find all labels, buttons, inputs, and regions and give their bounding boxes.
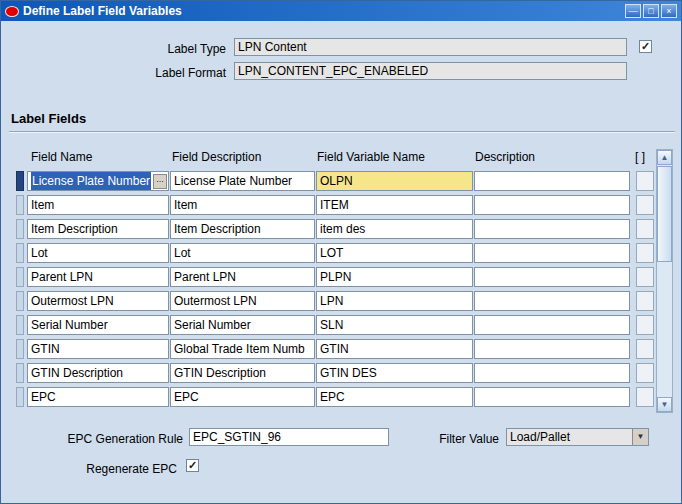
field-description-cell[interactable]: Parent LPN — [170, 267, 315, 287]
lov-button[interactable]: ... — [153, 174, 167, 189]
field-description-cell[interactable]: EPC — [170, 387, 315, 407]
column-header-field-name: Field Name — [31, 150, 92, 164]
record-indicator[interactable] — [16, 315, 24, 335]
grid-row: Lot Lot LOT — [16, 241, 654, 265]
minimize-button[interactable]: — — [625, 4, 641, 18]
field-variable-name-cell[interactable]: OLPN — [316, 171, 473, 191]
regenerate-epc-label: Regenerate EPC — [25, 462, 177, 476]
field-name-cell[interactable]: Serial Number — [27, 315, 169, 335]
description-cell[interactable] — [474, 363, 630, 383]
column-header-field-description: Field Description — [172, 150, 261, 164]
grid-row: Parent LPN Parent LPN PLPN — [16, 265, 654, 289]
section-divider — [9, 131, 675, 133]
field-name-cell[interactable]: Item Description — [27, 219, 169, 239]
label-type-field[interactable]: LPN Content — [234, 38, 627, 56]
field-description-cell[interactable]: Item — [170, 195, 315, 215]
flexfield-cell[interactable] — [636, 171, 654, 191]
window-titlebar[interactable]: Define Label Field Variables — □ × — [1, 1, 681, 21]
grid-row: GTIN Global Trade Item Numb GTIN — [16, 337, 654, 361]
grid-row: Serial Number Serial Number SLN — [16, 313, 654, 337]
field-variable-name-cell[interactable]: PLPN — [316, 267, 473, 287]
field-description-cell[interactable]: Lot — [170, 243, 315, 263]
record-indicator[interactable] — [16, 219, 24, 239]
flexfield-cell[interactable] — [636, 195, 654, 215]
field-name-cell[interactable]: Outermost LPN — [27, 291, 169, 311]
scroll-down-button[interactable]: ▼ — [657, 397, 672, 412]
description-cell[interactable] — [474, 219, 630, 239]
vertical-scrollbar[interactable]: ▲ ▼ — [656, 149, 673, 413]
flexfield-cell[interactable] — [636, 291, 654, 311]
field-name-cell[interactable]: License Plate Number ... — [27, 171, 169, 191]
column-header-field-variable-name: Field Variable Name — [317, 150, 425, 164]
record-indicator[interactable] — [16, 171, 24, 191]
description-cell[interactable] — [474, 291, 630, 311]
field-description-cell[interactable]: Outermost LPN — [170, 291, 315, 311]
grid-row: Outermost LPN Outermost LPN LPN — [16, 289, 654, 313]
scroll-thumb[interactable] — [657, 166, 672, 262]
grid-row: License Plate Number ... License Plate N… — [16, 169, 654, 193]
description-cell[interactable] — [474, 195, 630, 215]
maximize-button[interactable]: □ — [643, 4, 659, 18]
flexfield-cell[interactable] — [636, 387, 654, 407]
column-header-description: Description — [475, 150, 535, 164]
field-name-cell[interactable]: GTIN Description — [27, 363, 169, 383]
field-description-cell[interactable]: Global Trade Item Numb — [170, 339, 315, 359]
field-description-cell[interactable]: License Plate Number — [170, 171, 315, 191]
oracle-logo-icon — [5, 6, 19, 17]
flexfield-cell[interactable] — [636, 243, 654, 263]
close-button[interactable]: × — [661, 4, 677, 18]
field-description-cell[interactable]: GTIN Description — [170, 363, 315, 383]
grid-row: Item Description Item Description item d… — [16, 217, 654, 241]
selected-text: License Plate Number — [31, 172, 151, 190]
field-description-cell[interactable]: Item Description — [170, 219, 315, 239]
field-name-cell[interactable]: Lot — [27, 243, 169, 263]
field-variable-name-cell[interactable]: GTIN — [316, 339, 473, 359]
scroll-up-button[interactable]: ▲ — [657, 150, 672, 165]
field-name-cell[interactable]: GTIN — [27, 339, 169, 359]
record-indicator[interactable] — [16, 291, 24, 311]
regenerate-epc-checkbox[interactable]: ✓ — [186, 459, 199, 472]
label-format-field[interactable]: LPN_CONTENT_EPC_ENABELED — [234, 62, 627, 80]
field-variable-name-cell[interactable]: LPN — [316, 291, 473, 311]
record-indicator[interactable] — [16, 339, 24, 359]
description-cell[interactable] — [474, 171, 630, 191]
field-variable-name-cell[interactable]: SLN — [316, 315, 473, 335]
epc-generation-rule-label: EPC Generation Rule — [31, 432, 183, 446]
record-indicator[interactable] — [16, 267, 24, 287]
description-cell[interactable] — [474, 387, 630, 407]
column-header-flexfield: [ ] — [635, 150, 645, 164]
filter-value-selected: Load/Pallet — [507, 429, 632, 445]
flexfield-cell[interactable] — [636, 339, 654, 359]
description-cell[interactable] — [474, 267, 630, 287]
flexfield-cell[interactable] — [636, 267, 654, 287]
define-label-field-variables-window: Define Label Field Variables — □ × Label… — [0, 0, 682, 504]
field-variable-name-cell[interactable]: ITEM — [316, 195, 473, 215]
field-variable-name-cell[interactable]: item des — [316, 219, 473, 239]
filter-value-dropdown[interactable]: Load/Pallet ▼ — [506, 428, 649, 446]
description-cell[interactable] — [474, 315, 630, 335]
field-name-cell[interactable]: EPC — [27, 387, 169, 407]
record-indicator[interactable] — [16, 195, 24, 215]
field-variable-name-cell[interactable]: LOT — [316, 243, 473, 263]
check-icon: ✓ — [188, 460, 197, 471]
filter-value-label: Filter Value — [421, 432, 499, 446]
label-type-checkbox[interactable]: ✓ — [639, 40, 652, 53]
dropdown-arrow-icon[interactable]: ▼ — [632, 429, 648, 445]
record-indicator[interactable] — [16, 387, 24, 407]
field-name-cell[interactable]: Item — [27, 195, 169, 215]
record-indicator[interactable] — [16, 243, 24, 263]
description-cell[interactable] — [474, 243, 630, 263]
field-name-cell[interactable]: Parent LPN — [27, 267, 169, 287]
field-variable-name-cell[interactable]: GTIN DES — [316, 363, 473, 383]
description-cell[interactable] — [474, 339, 630, 359]
check-icon: ✓ — [641, 41, 650, 52]
section-title-label-fields: Label Fields — [11, 111, 86, 126]
flexfield-cell[interactable] — [636, 219, 654, 239]
field-variable-name-cell[interactable]: EPC — [316, 387, 473, 407]
epc-generation-rule-field[interactable]: EPC_SGTIN_96 — [189, 428, 389, 446]
record-indicator[interactable] — [16, 363, 24, 383]
flexfield-cell[interactable] — [636, 363, 654, 383]
field-description-cell[interactable]: Serial Number — [170, 315, 315, 335]
flexfield-cell[interactable] — [636, 315, 654, 335]
window-title: Define Label Field Variables — [23, 4, 182, 18]
